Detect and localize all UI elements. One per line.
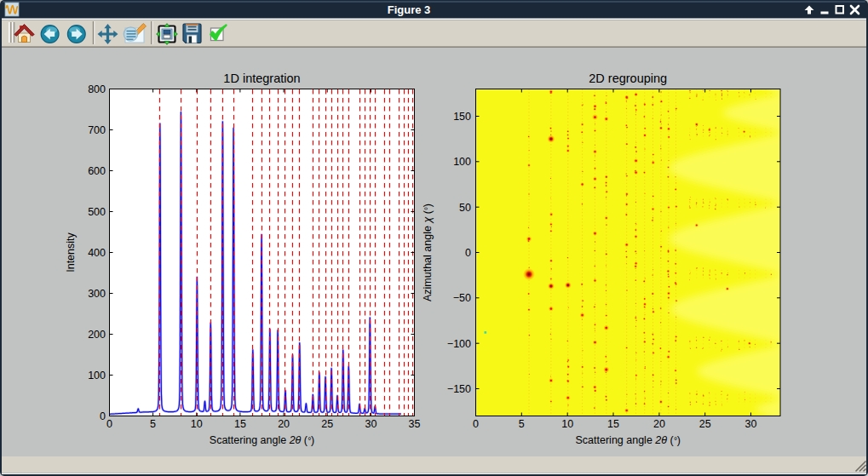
svg-text:150: 150 bbox=[453, 111, 471, 123]
svg-text:100: 100 bbox=[453, 156, 471, 168]
svg-text:0: 0 bbox=[100, 410, 106, 422]
svg-text:Scattering angle 2θ (°): Scattering angle 2θ (°) bbox=[576, 434, 681, 446]
svg-text:1D integration: 1D integration bbox=[223, 72, 300, 85]
svg-text:10: 10 bbox=[191, 418, 203, 430]
svg-text:Intensity: Intensity bbox=[65, 232, 77, 272]
svg-text:30: 30 bbox=[365, 418, 377, 430]
svg-text:200: 200 bbox=[88, 329, 106, 341]
svg-text:0: 0 bbox=[465, 247, 471, 259]
svg-text:800: 800 bbox=[88, 83, 106, 95]
svg-text:25: 25 bbox=[321, 418, 333, 430]
svg-text:−150: −150 bbox=[447, 383, 471, 395]
svg-text:Scattering angle 2θ (°): Scattering angle 2θ (°) bbox=[210, 434, 314, 446]
svg-text:30: 30 bbox=[745, 418, 757, 430]
svg-text:−50: −50 bbox=[453, 292, 471, 304]
svg-text:20: 20 bbox=[278, 418, 290, 430]
svg-text:15: 15 bbox=[234, 418, 246, 430]
svg-text:−100: −100 bbox=[447, 338, 471, 350]
svg-text:700: 700 bbox=[88, 124, 106, 136]
svg-text:600: 600 bbox=[88, 165, 106, 177]
svg-text:15: 15 bbox=[607, 418, 619, 430]
svg-text:300: 300 bbox=[88, 288, 106, 300]
svg-text:2D regrouping: 2D regrouping bbox=[589, 72, 667, 85]
svg-text:50: 50 bbox=[459, 202, 471, 214]
svg-text:400: 400 bbox=[88, 247, 106, 259]
svg-text:5: 5 bbox=[150, 418, 156, 430]
svg-text:35: 35 bbox=[409, 418, 421, 430]
svg-text:0: 0 bbox=[473, 418, 479, 430]
svg-text:20: 20 bbox=[653, 418, 665, 430]
svg-text:500: 500 bbox=[88, 206, 106, 218]
svg-text:0: 0 bbox=[106, 418, 112, 430]
svg-text:25: 25 bbox=[699, 418, 711, 430]
svg-text:5: 5 bbox=[519, 418, 525, 430]
svg-text:Azimuthal angle χ (°): Azimuthal angle χ (°) bbox=[422, 204, 434, 301]
svg-text:100: 100 bbox=[88, 370, 106, 381]
svg-text:10: 10 bbox=[561, 418, 573, 430]
